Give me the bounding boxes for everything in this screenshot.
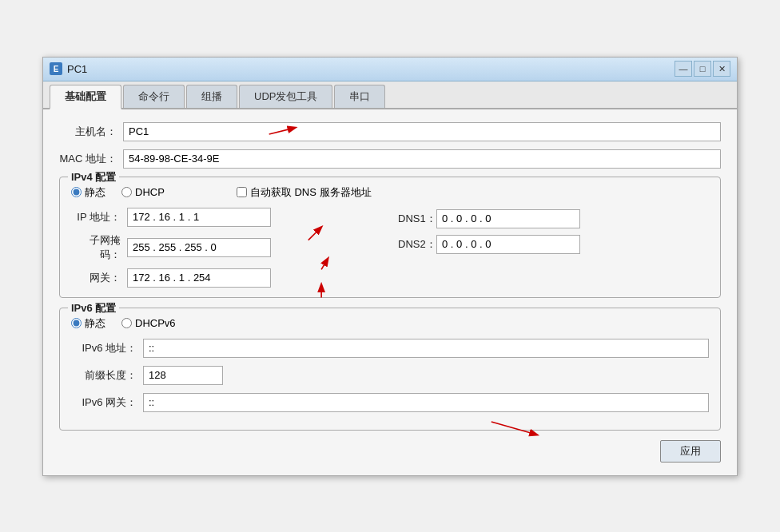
ipv6-section-title: IPv6 配置 — [68, 301, 119, 316]
minimize-button[interactable]: — — [675, 61, 692, 77]
maximize-button[interactable]: □ — [694, 61, 711, 77]
hostname-input[interactable] — [123, 122, 721, 141]
ipv6-radio-row: 静态 DHCPv6 — [71, 316, 709, 331]
ipv6-static-radio[interactable]: 静态 — [71, 316, 105, 331]
prefix-length-row: 前缀长度： — [71, 366, 709, 385]
prefix-length-input[interactable] — [143, 366, 223, 385]
close-button[interactable]: ✕ — [713, 61, 730, 77]
dns2-row: DNS2： — [398, 235, 709, 254]
main-content: 主机名： MAC 地址： IPv4 配置 静态 DHCP — [43, 109, 737, 475]
subnet-row: 子网掩码： — [71, 233, 382, 262]
ipv4-section: IPv4 配置 静态 DHCP 自动获取 DNS 服务器地址 — [59, 177, 721, 298]
titlebar-buttons: — □ ✕ — [675, 61, 730, 77]
ipv6-address-label: IPv6 地址： — [71, 341, 143, 355]
ipv6-address-row: IPv6 地址： — [71, 339, 709, 358]
titlebar: E PC1 — □ ✕ — [43, 58, 737, 81]
hostname-label: 主机名： — [59, 125, 123, 139]
mac-label: MAC 地址： — [59, 152, 123, 166]
window-icon: E — [50, 62, 62, 75]
ip-address-label: IP 地址： — [71, 210, 127, 224]
apply-row: 应用 — [59, 440, 721, 463]
subnet-label: 子网掩码： — [71, 233, 127, 262]
ipv4-dhcp-radio[interactable]: DHCP — [121, 186, 165, 198]
prefix-length-label: 前缀长度： — [71, 368, 143, 383]
gateway-label: 网关： — [71, 271, 127, 285]
gateway-row: 网关： — [71, 268, 382, 288]
window-title: PC1 — [67, 63, 675, 75]
ipv6-gateway-label: IPv6 网关： — [71, 395, 143, 410]
ipv4-static-label: 静态 — [85, 185, 105, 200]
ipv6-dhcpv6-radio[interactable]: DHCPv6 — [121, 317, 176, 329]
main-window: E PC1 — □ ✕ 基础配置 命令行 组播 UDP发包工具 串口 主机名： … — [42, 57, 738, 476]
gateway-input[interactable] — [127, 268, 271, 288]
auto-dns-checkbox[interactable] — [237, 187, 247, 197]
subnet-input[interactable] — [127, 238, 271, 257]
dns1-input[interactable] — [436, 209, 580, 228]
ip-address-row: IP 地址： — [71, 208, 382, 227]
hostname-row: 主机名： — [59, 122, 721, 141]
apply-button[interactable]: 应用 — [660, 440, 721, 463]
ipv4-dhcp-label: DHCP — [135, 186, 165, 198]
tab-udp-tool[interactable]: UDP发包工具 — [239, 85, 332, 108]
tab-command-line[interactable]: 命令行 — [123, 85, 185, 108]
ipv6-gateway-input[interactable] — [143, 393, 709, 412]
mac-input[interactable] — [123, 149, 721, 169]
ipv4-static-radio[interactable]: 静态 — [71, 185, 105, 200]
ipv6-gateway-row: IPv6 网关： — [71, 393, 709, 412]
dns1-label: DNS1： — [398, 212, 436, 226]
tab-serial[interactable]: 串口 — [334, 85, 385, 108]
ipv6-address-input[interactable] — [143, 339, 709, 358]
auto-dns-label: 自动获取 DNS 服务器地址 — [250, 185, 372, 200]
dns1-row: DNS1： — [398, 209, 709, 228]
tab-multicast[interactable]: 组播 — [186, 85, 237, 108]
ip-address-input[interactable] — [127, 208, 271, 227]
ipv6-static-label: 静态 — [85, 316, 105, 331]
tab-basic-config[interactable]: 基础配置 — [50, 85, 121, 109]
tab-bar: 基础配置 命令行 组播 UDP发包工具 串口 — [43, 81, 737, 109]
ipv6-section: IPv6 配置 静态 DHCPv6 IPv6 地址： 前缀长度： — [59, 308, 721, 431]
mac-row: MAC 地址： — [59, 149, 721, 169]
ipv6-dhcpv6-label: DHCPv6 — [135, 317, 176, 329]
dns2-input[interactable] — [436, 235, 580, 254]
dns2-label: DNS2： — [398, 237, 436, 252]
ipv4-section-title: IPv4 配置 — [68, 170, 119, 185]
